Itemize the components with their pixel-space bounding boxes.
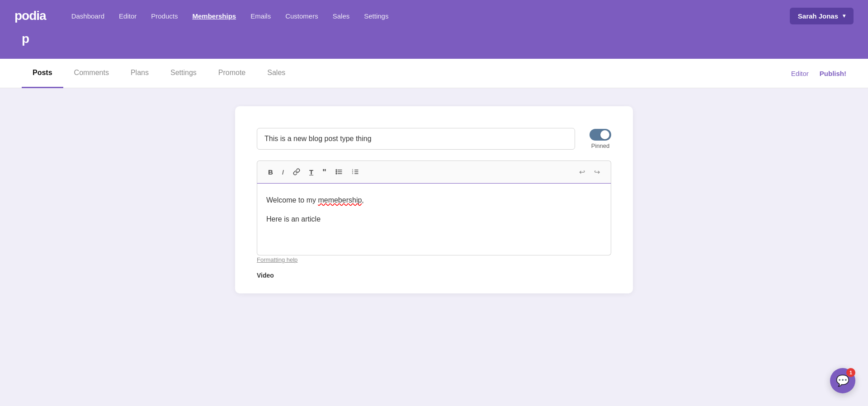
navbar: podia Dashboard Editor Products Membersh… [0, 0, 868, 32]
pin-section: Pinned [590, 129, 611, 149]
toolbar-ordered-list[interactable]: 1 2 3 [348, 166, 363, 179]
svg-point-5 [336, 173, 337, 174]
spellcheck-word: memebership [318, 196, 362, 204]
toolbar-undo[interactable]: ↩ [576, 165, 589, 179]
main-content: Pinned B I T " [0, 88, 868, 402]
post-title-input[interactable] [257, 128, 575, 150]
page-title: p [22, 32, 29, 46]
nav-emails[interactable]: Emails [250, 12, 271, 20]
video-section-label: Video [257, 272, 611, 279]
tab-sales[interactable]: Sales [256, 59, 296, 88]
post-card: Pinned B I T " [235, 106, 633, 293]
tabs-bar: Posts Comments Plans Settings Promote Sa… [0, 59, 868, 88]
toolbar-quote[interactable]: " [319, 166, 330, 179]
tab-settings[interactable]: Settings [160, 59, 208, 88]
brand-logo[interactable]: podia [14, 9, 46, 23]
editor-toolbar: B I T " 1 2 3 [257, 161, 611, 183]
editor-link[interactable]: Editor [791, 70, 809, 77]
page-header: p [0, 32, 868, 59]
toolbar-bullet-list[interactable] [332, 166, 346, 179]
toolbar-italic[interactable]: I [278, 166, 288, 178]
chat-badge: 1 [846, 368, 855, 377]
nav-dashboard[interactable]: Dashboard [71, 12, 104, 20]
user-menu-chevron: ▾ [843, 13, 845, 19]
pin-label: Pinned [591, 142, 609, 149]
toolbar-redo[interactable]: ↪ [590, 165, 604, 179]
svg-point-4 [336, 171, 337, 172]
nav-editor[interactable]: Editor [119, 12, 137, 20]
nav-products[interactable]: Products [151, 12, 178, 20]
pin-toggle[interactable] [590, 129, 611, 141]
publish-link[interactable]: Publish! [820, 70, 846, 77]
toolbar-link[interactable] [289, 166, 304, 179]
post-editor-body[interactable]: Welcome to my memebership, Here is an ar… [257, 183, 611, 255]
toggle-knob [600, 130, 609, 139]
nav-memberships[interactable]: Memberships [192, 12, 236, 20]
user-menu-button[interactable]: Sarah Jonas ▾ [790, 8, 854, 24]
toolbar-text-style[interactable]: T [306, 166, 317, 178]
nav-links: Dashboard Editor Products Memberships Em… [71, 12, 772, 20]
svg-text:3: 3 [352, 172, 353, 175]
chat-bubble-button[interactable]: 💬 1 [830, 368, 855, 393]
tab-comments[interactable]: Comments [63, 59, 120, 88]
tabs-right: Editor Publish! [791, 70, 846, 77]
tab-posts[interactable]: Posts [22, 59, 63, 88]
chat-icon: 💬 [836, 374, 849, 387]
formatting-help-link[interactable]: Formatting help [257, 256, 297, 263]
nav-customers[interactable]: Customers [285, 12, 318, 20]
nav-sales[interactable]: Sales [333, 12, 350, 20]
nav-settings[interactable]: Settings [364, 12, 388, 20]
tab-plans[interactable]: Plans [120, 59, 160, 88]
svg-point-3 [336, 170, 337, 170]
toolbar-bold[interactable]: B [264, 166, 277, 178]
title-row: Pinned [257, 128, 611, 150]
user-name: Sarah Jonas [798, 12, 838, 20]
tabs-left: Posts Comments Plans Settings Promote Sa… [22, 59, 791, 88]
tab-promote[interactable]: Promote [208, 59, 256, 88]
